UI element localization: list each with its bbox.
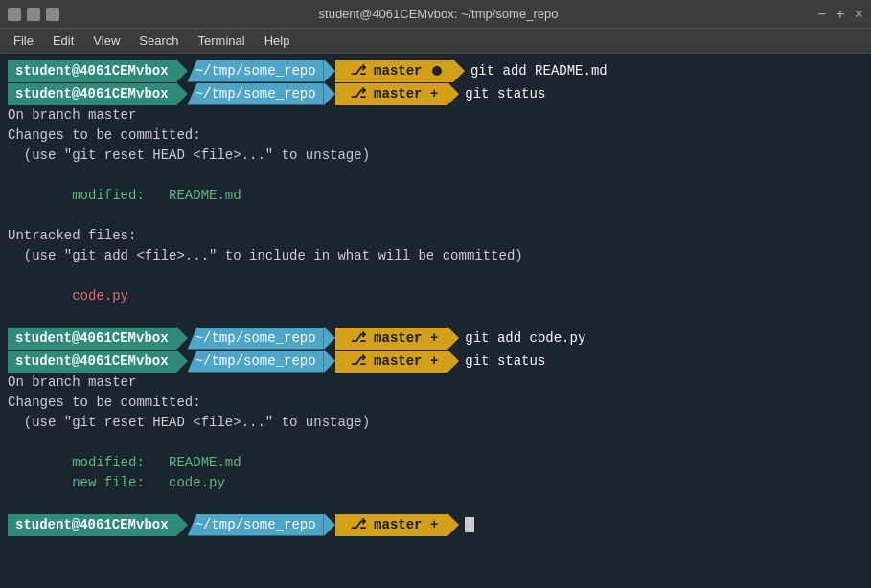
arrow-5 (324, 82, 335, 105)
output-modified-2: modified: README.md (8, 453, 863, 473)
terminal-cursor (465, 515, 474, 535)
prompt-git: ⎇ master (335, 60, 453, 82)
menu-terminal[interactable]: Terminal (189, 32, 255, 50)
menu-edit[interactable]: Edit (43, 32, 83, 50)
titlebar-controls (8, 8, 59, 21)
prompt-user-2: student@4061CEMvbox (8, 83, 176, 105)
prompt-row-4: student@4061CEMvbox ~/tmp/some_repo ⎇ ma… (8, 350, 863, 373)
terminal-area[interactable]: student@4061CEMvbox ~/tmp/some_repo ⎇ ma… (0, 54, 871, 588)
prompt-user-3: student@4061CEMvbox (8, 328, 176, 350)
blank-4 (8, 306, 863, 327)
arrow-13 (176, 513, 188, 536)
arrow-12 (447, 350, 459, 373)
output-codepy: code.py (8, 286, 863, 306)
menu-file[interactable]: File (4, 32, 43, 50)
prompt-git-2: ⎇ master + (335, 83, 448, 105)
titlebar-window-buttons: − + × (817, 7, 863, 22)
blank-1 (8, 166, 863, 186)
arrow-4 (176, 82, 188, 105)
cmd-3: git add code.py (465, 328, 585, 349)
prompt-user-4: student@4061CEMvbox (8, 351, 176, 373)
blank-2 (8, 206, 863, 226)
prompt-path-final: ~/tmp/some_repo (188, 514, 324, 536)
arrow-1 (176, 59, 188, 82)
menu-help[interactable]: Help (255, 32, 300, 50)
cmd-4: git status (465, 351, 545, 372)
output-modified-1: modified: README.md (8, 186, 863, 206)
prompt-user-final: student@4061CEMvbox (8, 514, 176, 536)
titlebar-btn-1[interactable] (8, 8, 21, 21)
prompt-path-3: ~/tmp/some_repo (188, 328, 324, 350)
arrow-10 (176, 350, 188, 373)
output-newfile: new file: code.py (8, 473, 863, 493)
output-line-4: Untracked files: (8, 226, 863, 246)
titlebar-btn-2[interactable] (27, 8, 40, 21)
arrow-6 (447, 82, 459, 105)
arrow-2 (324, 59, 335, 82)
prompt-row-1: student@4061CEMvbox ~/tmp/some_repo ⎇ ma… (8, 59, 863, 82)
prompt-path-2: ~/tmp/some_repo (188, 83, 324, 105)
blank-6 (8, 493, 863, 513)
arrow-11 (324, 350, 335, 373)
prompt-path: ~/tmp/some_repo (188, 60, 324, 82)
maximize-button[interactable]: + (836, 7, 844, 22)
arrow-9 (447, 327, 459, 350)
prompt-git-4: ⎇ master + (335, 351, 448, 373)
prompt-row-3: student@4061CEMvbox ~/tmp/some_repo ⎇ ma… (8, 327, 863, 350)
arrow-14 (324, 513, 335, 536)
arrow-15 (447, 513, 459, 536)
arrow-3 (453, 59, 465, 82)
titlebar-btn-3[interactable] (46, 8, 59, 21)
prompt-row-2: student@4061CEMvbox ~/tmp/some_repo ⎇ ma… (8, 82, 863, 105)
close-button[interactable]: × (855, 7, 863, 22)
prompt-path-4: ~/tmp/some_repo (188, 351, 324, 373)
blank-3 (8, 266, 863, 286)
arrow-7 (176, 327, 188, 350)
output-line-5: (use "git add <file>..." to include in w… (8, 246, 863, 266)
prompt-git-final: ⎇ master + (335, 514, 448, 536)
output-line-2: Changes to be committed: (8, 125, 863, 146)
output-line-1: On branch master (8, 105, 863, 125)
output-line-8: (use "git reset HEAD <file>..." to unsta… (8, 413, 863, 433)
prompt-user: student@4061CEMvbox (8, 60, 176, 82)
minimize-button[interactable]: − (817, 7, 826, 22)
blank-5 (8, 433, 863, 453)
window-title: student@4061CEMvbox: ~/tmp/some_repo (59, 7, 817, 21)
arrow-8 (324, 327, 335, 350)
cmd-1: git add README.md (470, 61, 607, 81)
prompt-row-final: student@4061CEMvbox ~/tmp/some_repo ⎇ ma… (8, 513, 863, 536)
cmd-2: git status (465, 84, 545, 104)
menu-view[interactable]: View (83, 32, 129, 50)
menubar: File Edit View Search Terminal Help (0, 29, 871, 54)
titlebar: student@4061CEMvbox: ~/tmp/some_repo − +… (0, 0, 871, 29)
menu-search[interactable]: Search (129, 32, 188, 50)
prompt-git-3: ⎇ master + (335, 328, 448, 350)
output-line-6: On branch master (8, 373, 863, 393)
output-line-7: Changes to be committed: (8, 393, 863, 413)
output-line-3: (use "git reset HEAD <file>..." to unsta… (8, 146, 863, 166)
